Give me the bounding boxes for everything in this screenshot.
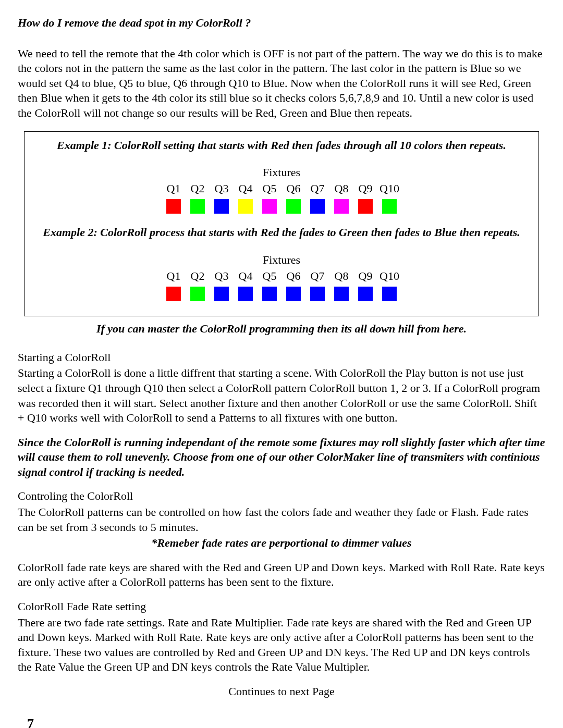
swatch-column: Q6 bbox=[285, 181, 302, 214]
swatch-label: Q3 bbox=[215, 269, 229, 284]
swatch-column: Q3 bbox=[213, 269, 230, 302]
color-swatch bbox=[334, 287, 349, 301]
fade-rate-setting-title: ColorRoll Fade Rate setting bbox=[18, 599, 545, 614]
example2-swatch-row: Q1Q2Q3Q4Q5Q6Q7Q8Q9Q10 bbox=[29, 269, 534, 302]
swatch-column: Q8 bbox=[333, 181, 350, 214]
color-swatch bbox=[358, 199, 373, 214]
remember-note: *Remeber fade rates are perportional to … bbox=[18, 536, 545, 551]
swatch-column: Q6 bbox=[285, 269, 302, 302]
color-swatch bbox=[310, 199, 325, 214]
swatch-column: Q5 bbox=[261, 269, 278, 302]
fade-keys-paragraph: ColorRoll fade rate keys are shared with… bbox=[18, 560, 545, 590]
example2-title: Example 2: ColorRoll process that starts… bbox=[29, 225, 534, 240]
example2-fixtures-label: Fixtures bbox=[29, 253, 534, 268]
swatch-column: Q2 bbox=[189, 269, 206, 302]
swatch-column: Q4 bbox=[237, 181, 254, 214]
swatch-column: Q7 bbox=[309, 181, 326, 214]
page-number: 7 bbox=[27, 715, 545, 728]
controlling-colorroll-body: The ColorRoll patterns can be controlled… bbox=[18, 505, 545, 535]
swatch-label: Q9 bbox=[359, 269, 373, 284]
swatch-column: Q1 bbox=[165, 269, 182, 302]
color-swatch bbox=[166, 199, 181, 214]
swatch-column: Q10 bbox=[381, 269, 398, 302]
swatch-label: Q4 bbox=[239, 269, 253, 284]
example1-swatch-row: Q1Q2Q3Q4Q5Q6Q7Q8Q9Q10 bbox=[29, 181, 534, 214]
swatch-column: Q2 bbox=[189, 181, 206, 214]
example1-title: Example 1: ColorRoll setting that starts… bbox=[29, 138, 534, 153]
color-swatch bbox=[382, 287, 397, 301]
swatch-column: Q9 bbox=[357, 181, 374, 214]
swatch-label: Q4 bbox=[239, 181, 253, 196]
section-heading: How do I remove the dead spot in my Colo… bbox=[18, 16, 545, 31]
swatch-label: Q8 bbox=[335, 269, 349, 284]
swatch-label: Q1 bbox=[167, 269, 181, 284]
swatch-label: Q5 bbox=[263, 269, 277, 284]
swatch-label: Q9 bbox=[359, 181, 373, 196]
swatch-label: Q1 bbox=[167, 181, 181, 196]
swatch-label: Q8 bbox=[335, 181, 349, 196]
swatch-column: Q4 bbox=[237, 269, 254, 302]
color-swatch bbox=[238, 287, 253, 301]
swatch-column: Q3 bbox=[213, 181, 230, 214]
swatch-label: Q7 bbox=[311, 181, 325, 196]
independent-note: Since the ColorRoll is running independa… bbox=[18, 435, 545, 480]
fade-rate-setting-body: There are two fade rate settings. Rate a… bbox=[18, 615, 545, 675]
color-swatch bbox=[214, 199, 229, 214]
swatch-label: Q5 bbox=[263, 181, 277, 196]
swatch-label: Q2 bbox=[191, 269, 205, 284]
swatch-column: Q10 bbox=[381, 181, 398, 214]
color-swatch bbox=[262, 199, 277, 214]
color-swatch bbox=[286, 287, 301, 301]
swatch-column: Q1 bbox=[165, 181, 182, 214]
example1-fixtures-label: Fixtures bbox=[29, 165, 534, 180]
swatch-column: Q7 bbox=[309, 269, 326, 302]
swatch-label: Q6 bbox=[287, 181, 301, 196]
color-swatch bbox=[310, 287, 325, 301]
swatch-label: Q6 bbox=[287, 269, 301, 284]
color-swatch bbox=[262, 287, 277, 301]
swatch-column: Q8 bbox=[333, 269, 350, 302]
color-swatch bbox=[166, 287, 181, 301]
swatch-label: Q2 bbox=[191, 181, 205, 196]
intro-paragraph: We need to tell the remote that the 4th … bbox=[18, 46, 545, 121]
color-swatch bbox=[238, 199, 253, 214]
color-swatch bbox=[334, 199, 349, 214]
color-swatch bbox=[382, 199, 397, 214]
color-swatch bbox=[190, 287, 205, 301]
swatch-label: Q10 bbox=[380, 181, 399, 196]
color-swatch bbox=[214, 287, 229, 301]
color-swatch bbox=[286, 199, 301, 214]
swatch-label: Q10 bbox=[380, 269, 399, 284]
controlling-colorroll-title: Controling the ColorRoll bbox=[18, 489, 545, 504]
continues-next-page: Continues to next Page bbox=[18, 684, 545, 699]
color-swatch bbox=[358, 287, 373, 301]
swatch-label: Q7 bbox=[311, 269, 325, 284]
master-caption: If you can master the ColorRoll programm… bbox=[18, 322, 545, 337]
swatch-column: Q9 bbox=[357, 269, 374, 302]
color-swatch bbox=[190, 199, 205, 214]
starting-colorroll-title: Starting a ColorRoll bbox=[18, 350, 545, 365]
starting-colorroll-body: Starting a ColorRoll is done a little di… bbox=[18, 366, 545, 425]
examples-box: Example 1: ColorRoll setting that starts… bbox=[24, 131, 539, 317]
swatch-label: Q3 bbox=[215, 181, 229, 196]
swatch-column: Q5 bbox=[261, 181, 278, 214]
